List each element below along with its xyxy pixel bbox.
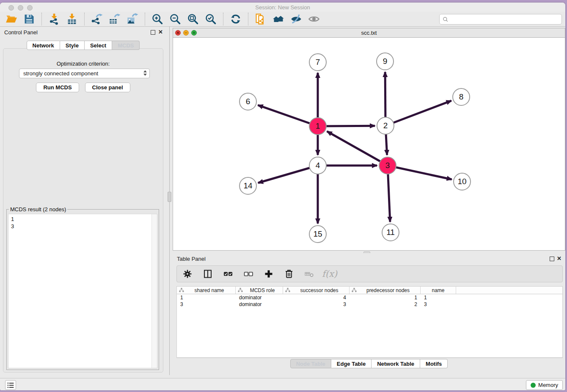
network-canvas[interactable]: 1234678910111415 bbox=[173, 38, 565, 250]
tab-network[interactable]: Network bbox=[27, 41, 60, 50]
select-stepper-icon bbox=[143, 70, 147, 76]
tab-select[interactable]: Select bbox=[85, 41, 112, 50]
cell-mcds-role[interactable]: dominator bbox=[236, 294, 283, 301]
cell-mcds-role[interactable]: dominator bbox=[236, 301, 283, 308]
tab-node-table[interactable]: Node Table bbox=[290, 359, 331, 368]
cell-successor-nodes[interactable]: 4 bbox=[283, 294, 350, 301]
add-column-icon[interactable] bbox=[263, 268, 274, 279]
graph-node-1[interactable]: 1 bbox=[309, 117, 327, 135]
apply-layout-icon[interactable] bbox=[227, 12, 245, 26]
graph-node-4[interactable]: 4 bbox=[309, 157, 327, 174]
cell-name[interactable]: 3 bbox=[421, 301, 456, 308]
tab-style[interactable]: Style bbox=[60, 41, 85, 50]
table-row[interactable]: 1dominator411 bbox=[177, 294, 562, 301]
cell-shared-name[interactable]: 1 bbox=[177, 294, 236, 301]
export-image-icon[interactable] bbox=[124, 12, 141, 26]
main-toolbar bbox=[0, 12, 565, 27]
show-all-icon[interactable] bbox=[305, 12, 323, 26]
node-table[interactable]: shared nameMCDS rolesuccessor nodesprede… bbox=[176, 286, 563, 358]
close-panel-button[interactable]: Close panel bbox=[85, 83, 130, 92]
optimization-criterion-label: Optimization criterion: bbox=[3, 61, 163, 67]
result-scrollbar[interactable] bbox=[151, 214, 157, 368]
deselect-all-columns-icon[interactable] bbox=[243, 268, 254, 279]
delete-table-icon[interactable] bbox=[304, 268, 315, 279]
tab-mcds[interactable]: MCDS bbox=[112, 41, 140, 50]
vertical-splitter[interactable] bbox=[166, 27, 173, 375]
close-table-panel-icon[interactable]: ✕ bbox=[557, 255, 561, 262]
search-field[interactable] bbox=[439, 14, 562, 25]
mcds-result-box[interactable]: 13 bbox=[8, 214, 157, 368]
tab-network-table[interactable]: Network Table bbox=[372, 359, 420, 368]
tab-motifs[interactable]: Motifs bbox=[420, 359, 448, 368]
zoom-selected-icon[interactable] bbox=[202, 12, 220, 26]
open-session-icon[interactable] bbox=[3, 12, 20, 26]
cell-successor-nodes[interactable]: 3 bbox=[283, 301, 350, 308]
search-input[interactable] bbox=[449, 15, 561, 24]
table-settings-icon[interactable] bbox=[182, 268, 193, 279]
graph-edge-1-6[interactable] bbox=[258, 105, 318, 126]
first-neighbors-icon[interactable] bbox=[270, 12, 287, 26]
splitter-grip[interactable] bbox=[168, 192, 171, 202]
graph-node-3[interactable]: 3 bbox=[379, 157, 396, 174]
search-icon bbox=[442, 16, 449, 23]
cell-predecessor-nodes[interactable]: 2 bbox=[350, 301, 421, 308]
graph-node-10[interactable]: 10 bbox=[453, 173, 471, 190]
control-panel: Control Panel ✕ NetworkStyleSelectMCDS O… bbox=[0, 27, 166, 375]
graph-edge-2-8[interactable] bbox=[385, 101, 451, 126]
delete-column-icon[interactable] bbox=[284, 268, 295, 279]
run-mcds-button[interactable]: Run MCDS bbox=[36, 83, 79, 92]
hide-selected-icon[interactable] bbox=[287, 12, 305, 26]
column-header-predecessor-nodes[interactable]: predecessor nodes bbox=[350, 287, 421, 294]
graph-edge-3-10[interactable] bbox=[388, 166, 452, 179]
zoom-out-icon[interactable] bbox=[166, 12, 184, 26]
function-builder-icon[interactable]: f(x) bbox=[324, 268, 335, 279]
column-header-successor-nodes[interactable]: successor nodes bbox=[283, 287, 350, 294]
network-window-titlebar[interactable]: ✕ − + scc.txt bbox=[173, 28, 565, 38]
task-history-button[interactable] bbox=[5, 380, 16, 390]
graph-edge-3-1[interactable] bbox=[327, 131, 388, 166]
cell-name[interactable]: 1 bbox=[421, 294, 456, 301]
split-columns-icon[interactable] bbox=[202, 268, 213, 279]
zoom-in-icon[interactable] bbox=[149, 12, 166, 26]
column-header-mcds-role[interactable]: MCDS role bbox=[236, 287, 283, 294]
select-all-columns-icon[interactable] bbox=[223, 268, 234, 279]
graph-edge-4-14[interactable] bbox=[258, 166, 318, 183]
column-header-name[interactable]: name bbox=[421, 287, 456, 294]
graph-node-2[interactable]: 2 bbox=[377, 117, 394, 135]
close-panel-icon[interactable]: ✕ bbox=[158, 29, 163, 35]
graph-node-9[interactable]: 9 bbox=[376, 52, 394, 70]
graph-node-11[interactable]: 11 bbox=[382, 224, 399, 241]
memory-button[interactable]: Memory bbox=[526, 380, 563, 390]
float-table-panel-icon[interactable] bbox=[550, 257, 554, 261]
network-title: scc.txt bbox=[173, 30, 565, 36]
cell-predecessor-nodes[interactable]: 1 bbox=[350, 294, 421, 301]
list-icon bbox=[7, 381, 14, 389]
tab-edge-table[interactable]: Edge Table bbox=[331, 359, 372, 368]
table-panel-title: Table Panel bbox=[177, 256, 206, 262]
clone-network-icon[interactable] bbox=[252, 12, 270, 26]
float-panel-icon[interactable] bbox=[151, 30, 155, 35]
table-row[interactable]: 3dominator323 bbox=[177, 301, 562, 308]
table-toolbar: f(x) bbox=[176, 265, 563, 282]
control-panel-title: Control Panel bbox=[4, 29, 38, 36]
title-bar: Session: New Session bbox=[0, 3, 565, 12]
mcds-panel: Optimization criterion: strongly connect… bbox=[3, 48, 163, 373]
graph-node-15[interactable]: 15 bbox=[309, 225, 327, 243]
graph-node-14[interactable]: 14 bbox=[239, 177, 257, 195]
graph-node-8[interactable]: 8 bbox=[452, 88, 470, 106]
cell-shared-name[interactable]: 3 bbox=[177, 301, 236, 308]
column-header-shared-name[interactable]: shared name bbox=[177, 287, 236, 294]
export-table-icon[interactable] bbox=[106, 12, 124, 26]
save-session-icon[interactable] bbox=[20, 12, 38, 26]
criterion-select[interactable]: strongly connected component bbox=[19, 69, 150, 78]
column-type-icon bbox=[352, 288, 357, 293]
zoom-fit-icon[interactable] bbox=[184, 12, 202, 26]
export-network-icon[interactable] bbox=[88, 12, 106, 26]
graph-node-7[interactable]: 7 bbox=[309, 53, 327, 71]
import-network-icon[interactable] bbox=[45, 12, 63, 26]
graph-node-6[interactable]: 6 bbox=[239, 93, 257, 110]
result-line: 3 bbox=[11, 223, 154, 230]
table-tabs: Node TableEdge TableNetwork TableMotifs bbox=[173, 359, 565, 368]
network-view-window: ✕ − + scc.txt 1234678910111415 bbox=[173, 28, 565, 251]
import-table-icon[interactable] bbox=[63, 12, 81, 26]
